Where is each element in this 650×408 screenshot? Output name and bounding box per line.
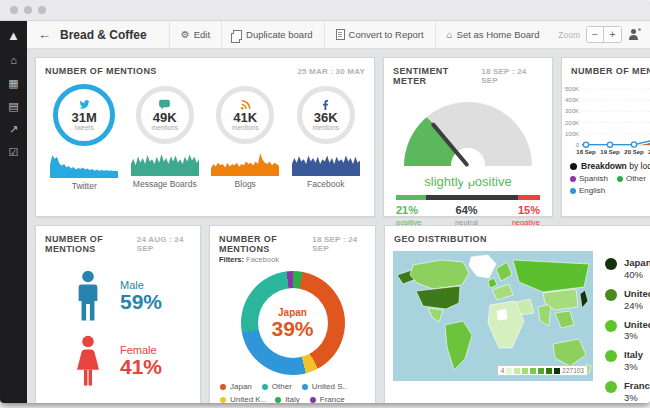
app-logo-icon[interactable]: ▲ (7, 28, 20, 43)
channel-value: 49K (153, 111, 177, 125)
speech-bubble-icon (157, 98, 172, 111)
scale-max: 227103 (562, 367, 584, 374)
channel-label: Blogs (235, 179, 256, 189)
legend-item-label: France (320, 395, 345, 403)
sidebar-icon-list: ⌂▦▤↗☑ (8, 49, 18, 164)
channel-unit: tweets (75, 124, 94, 132)
svg-text:18 Sep: 18 Sep (576, 149, 596, 155)
channel-value: 41K (233, 111, 257, 125)
sentiment-stat: 21% positive (396, 204, 421, 227)
panel-title: NUMBER OF MENTIONS (45, 234, 137, 254)
legend-item[interactable]: English (570, 186, 605, 195)
legend-item[interactable]: Japan (220, 382, 252, 391)
gender-row: Female 41% (36, 335, 200, 387)
panel-title: GEO DISTRIBUTION (394, 234, 487, 244)
legend-item-label: Spanish (579, 174, 608, 183)
legend-item[interactable]: United S.. (302, 382, 347, 391)
legend-item[interactable]: Italy (275, 395, 300, 403)
panel-title: NUMBER OF MENTIONS (571, 66, 650, 76)
legend-item-label: Italy (285, 395, 300, 403)
donut-center-value: 39% (271, 318, 313, 339)
edit-button[interactable]: ⚙ Edit (169, 21, 221, 48)
panel-date-range: 24 AUG : 24 SEP (137, 235, 191, 253)
gender-row: Male 59% (36, 270, 200, 322)
edit-button-label: Edit (194, 29, 210, 40)
set-home-board-button[interactable]: ⌂ Set as Home Board (435, 21, 551, 48)
legend-item[interactable]: Spanish (570, 174, 608, 183)
sidebar-item-icon[interactable]: ▦ (8, 78, 18, 89)
geo-legend-label: United States (624, 288, 650, 300)
sidebar-item-icon[interactable]: ⌂ (10, 55, 17, 66)
svg-text:20 Sep: 20 Sep (624, 149, 644, 155)
window-minimize-button[interactable] (24, 6, 32, 14)
gear-icon: ⚙ (181, 30, 190, 40)
window-maximize-button[interactable] (38, 6, 46, 14)
geo-legend-item[interactable]: United States 24% (605, 288, 650, 312)
user-account-icon[interactable] (628, 29, 640, 40)
panel-date-range: 25 MAR : 30 MAY (297, 67, 365, 76)
svg-text:100K: 100K (565, 131, 579, 137)
rss-icon (238, 98, 253, 111)
twitter-ring: 31M tweets (53, 84, 115, 146)
legend-item-label: United K.. (230, 395, 265, 403)
sentiment-stat-value: 64% (455, 204, 478, 218)
document-icon (336, 29, 345, 40)
sentiment-stat: 15% negative (512, 204, 540, 227)
convert-to-report-button[interactable]: Convert to Report (324, 21, 435, 48)
app-window: ▲ ⌂▦▤↗☑ ← Bread & Coffee ⚙ Edit Duplicat… (0, 0, 650, 403)
panel-sentiment-meter: SENTIMENT METER 18 SEP : 24 SEP slightly… (383, 57, 553, 217)
window-close-button[interactable] (10, 6, 18, 14)
legend-item[interactable]: Other (617, 174, 646, 183)
zoom-in-button[interactable]: + (604, 27, 621, 42)
legend-dot-icon (570, 176, 576, 182)
geo-legend-percentage: 40% (624, 269, 650, 281)
panel-title: NUMBER OF MENTIONS (219, 234, 312, 254)
sidebar-item-icon[interactable]: ↗ (9, 124, 18, 135)
sentiment-stat-value: 21% (396, 204, 421, 218)
facebook-ring: 36K mentions (297, 86, 355, 144)
timeline-legend: Breakdown by location Spanish Other (562, 159, 650, 198)
legend-dot-icon (617, 176, 623, 182)
legend-dot-icon (275, 397, 281, 403)
sidebar-item-icon[interactable]: ☑ (9, 147, 19, 158)
sidebar-item-icon[interactable]: ▤ (8, 101, 18, 112)
timeline-chart[interactable]: 500K400K300K200K100K018 Sep19 Sep20 Sep2… (562, 79, 650, 159)
duplicate-board-button[interactable]: Duplicate board (221, 21, 324, 48)
board-toolbar: ← Bread & Coffee ⚙ Edit Duplicate board … (27, 21, 650, 49)
country-donut-chart[interactable]: Japan 39% (241, 271, 345, 375)
person-icon (70, 270, 106, 322)
svg-text:19 Sep: 19 Sep (600, 149, 620, 155)
scale-min: 4 (501, 367, 505, 374)
geo-legend-item[interactable]: France 3% (605, 380, 650, 403)
legend-item[interactable]: France (310, 395, 345, 403)
geo-legend-item[interactable]: Japan 40% (605, 257, 650, 281)
geo-legend-item[interactable]: United Kingdom 3% (605, 319, 650, 343)
legend-item[interactable]: Other (262, 382, 292, 391)
legend-dot-icon (605, 320, 617, 332)
channel-blogs[interactable]: 41K mentions Blogs (205, 83, 285, 191)
panel-geo-distribution: GEO DISTRIBUTION (384, 225, 650, 403)
sentiment-stacked-bar (396, 195, 540, 200)
zoom-out-button[interactable]: − (587, 27, 604, 42)
world-map-svg (393, 251, 593, 381)
window-titlebar (0, 0, 650, 21)
sentiment-gauge (404, 102, 532, 166)
panel-number-of-mentions-gender: NUMBER OF MENTIONS 24 AUG : 24 SEP (35, 225, 201, 403)
message-boards-ring: 49K mentions (136, 86, 194, 144)
geo-legend-item[interactable]: Italy 3% (605, 349, 650, 373)
channel-twitter[interactable]: 31M tweets Twitter (44, 83, 124, 191)
channel-message-boards[interactable]: 49K mentions Message Boards (125, 83, 205, 191)
channel-value: 31M (72, 111, 97, 125)
legend-item-label: Other (626, 174, 646, 183)
geo-legend-label: France (624, 380, 650, 392)
legend-dot-icon (605, 381, 617, 393)
world-map[interactable]: 4 227103 (393, 251, 593, 381)
channel-facebook[interactable]: 36K mentions Facebook (286, 83, 366, 191)
home-button-label: Set as Home Board (457, 29, 540, 40)
back-arrow-icon[interactable]: ← (38, 27, 51, 42)
legend-item[interactable]: United K.. (220, 395, 265, 403)
legend-item-label: Japan (230, 382, 252, 391)
svg-text:400K: 400K (565, 97, 579, 103)
message-boards-sparkline (131, 152, 199, 176)
legend-dot-icon (605, 350, 617, 362)
